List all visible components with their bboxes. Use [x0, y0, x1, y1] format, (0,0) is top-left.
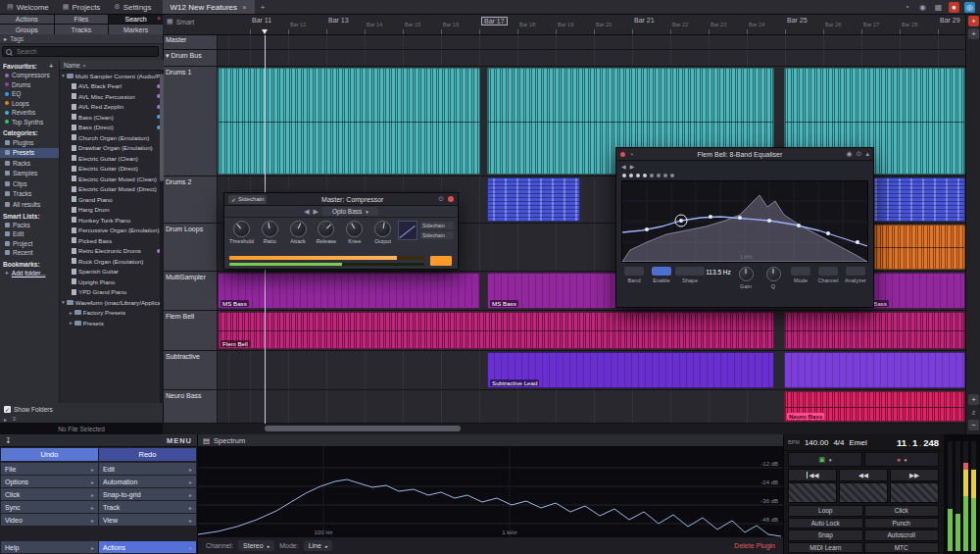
favourite-reverbs[interactable]: Reverbs	[0, 108, 59, 118]
eq-graph[interactable]: 1 kHz	[621, 180, 868, 263]
track-header-neuro-bass[interactable]: Neuro Bass	[163, 390, 218, 423]
tree-item-bass-clean[interactable]: Bass (Clean)	[60, 112, 164, 123]
list-options-icon[interactable]: ≡	[13, 416, 17, 422]
smart-snap-toggle[interactable]: ▦ Smart	[167, 18, 194, 25]
logo-icon[interactable]: ◎	[964, 2, 975, 13]
track-header-drum-loops[interactable]: Drum Loops	[163, 224, 218, 271]
pin-icon[interactable]: ▴	[865, 150, 869, 158]
tree-item-bass-direct[interactable]: Bass (Direct)	[60, 123, 164, 133]
clip-subtractive[interactable]	[784, 352, 965, 388]
transport-toggle-punch[interactable]: Punch	[864, 518, 940, 529]
bpm-value[interactable]: 140.00	[805, 438, 828, 447]
expand-icon[interactable]: ▾	[62, 299, 65, 305]
tree-item-rock-organ-emulation[interactable]: Rock Organ (Emulation)	[60, 256, 164, 267]
sidechain-button[interactable]: Sidechain	[420, 231, 454, 239]
search-input[interactable]	[15, 47, 155, 56]
next-preset-icon[interactable]: ▶	[630, 163, 635, 170]
category-tracks[interactable]: Tracks	[0, 189, 59, 200]
sidechain-button[interactable]: Sidechain	[420, 222, 454, 229]
user-icon[interactable]: ◉	[917, 2, 928, 13]
smart-list-edit[interactable]: Edit	[0, 229, 59, 239]
eye-icon[interactable]: ◉	[847, 150, 853, 158]
transport-toggle-mtc[interactable]: MTC	[864, 542, 940, 554]
transport-toggle-midi-learn[interactable]: MIDI Learn	[788, 542, 863, 554]
tree-scrollbar[interactable]	[160, 70, 164, 403]
band-dot-1[interactable]	[622, 174, 626, 177]
tree-item-avl-black-pearl[interactable]: AVL Black Pearl	[60, 81, 164, 92]
track-lane-subtractive[interactable]: Subtractive Lead	[218, 351, 965, 389]
prev-preset-icon[interactable]: ◀	[304, 208, 309, 216]
download-icon[interactable]: ↧	[5, 436, 11, 445]
undo-button[interactable]: Undo	[1, 448, 98, 461]
menu-item-actions[interactable]: Actions▸	[99, 541, 196, 553]
menu-projects[interactable]: ▦Projects	[56, 0, 108, 14]
favourite-compressors[interactable]: Compressors	[0, 71, 59, 80]
transport-toggle-snap[interactable]: Snap	[788, 529, 863, 541]
menu-item-video[interactable]: Video▸	[1, 514, 98, 526]
midi-icon[interactable]: ▦	[933, 2, 944, 13]
track-lane-drum-bus[interactable]	[218, 50, 965, 66]
smart-list-recent[interactable]: Recent	[0, 248, 59, 258]
return-to-start-button[interactable]: ◀◀	[788, 469, 837, 481]
tree-item-drawbar-organ-emulation[interactable]: Drawbar Organ (Emulation)	[60, 143, 164, 154]
add-favourite-button[interactable]: +	[49, 63, 56, 70]
timeline-ruler[interactable]: ▦ Smart Bar 11Bar 12Bar 13Bar 14Bar 15Ba…	[163, 14, 965, 35]
menu-item-options[interactable]: Options▸	[1, 476, 98, 487]
prev-preset-icon[interactable]: ◀	[621, 163, 626, 170]
clip-drums-1[interactable]	[218, 68, 480, 175]
track-header-master[interactable]: Master	[163, 34, 218, 49]
release-knob[interactable]	[318, 221, 334, 237]
band-dot-3[interactable]	[636, 174, 640, 177]
output-knob[interactable]	[374, 221, 391, 237]
band-dot-4[interactable]	[643, 174, 647, 177]
tree-item-avl-misc-percussion[interactable]: AVL Misc Percussion	[60, 91, 164, 102]
tree-item-upright-piano[interactable]: Upright Piano	[60, 277, 164, 287]
track-header-subtractive[interactable]: Subtractive	[163, 351, 218, 389]
tree-root-multi-sampler-content-audio-p[interactable]: ▾Multi Sampler Content (Audio/P...	[60, 71, 164, 81]
menu-item-sync[interactable]: Sync▸	[1, 501, 98, 513]
track-header-multisampler[interactable]: MultiSampler	[163, 272, 218, 310]
tree-item-spanish-guitar[interactable]: Spanish Guitar	[60, 267, 164, 277]
next-preset-icon[interactable]: ▶	[314, 208, 318, 216]
clip-drums-2[interactable]	[487, 177, 580, 222]
tree-item-honkey-tonk-piano[interactable]: Honkey Tonk Piano	[60, 215, 164, 226]
cpu-gauge-icon[interactable]: ◔	[902, 2, 912, 13]
tree-item-retro-electronic-drums[interactable]: Retro Electronic Drums	[60, 246, 164, 257]
band-dot-2[interactable]	[629, 174, 633, 177]
camera-icon[interactable]: ⊙	[438, 195, 444, 203]
tab-close-icon[interactable]: ×	[242, 3, 247, 12]
camera-icon[interactable]: ⊙	[857, 150, 862, 158]
track-lane-neuro-bass[interactable]: Neuro Bass	[218, 390, 965, 423]
panel-tab-groups[interactable]: Groups	[0, 25, 54, 34]
zoom-in-button[interactable]: +	[968, 394, 979, 405]
track-lane-flem-bell[interactable]: Flem Bell	[218, 311, 965, 350]
menu-settings[interactable]: ⚙Settings	[107, 0, 158, 14]
tree-item-electric-guitar-direct[interactable]: Electric Guitar (Direct)	[60, 164, 164, 175]
tree-item-church-organ-emulation[interactable]: Church Organ (Emulation)	[60, 132, 164, 143]
panel-tab-markers[interactable]: Markers	[109, 25, 163, 34]
tags-header[interactable]: ▸ Tags	[0, 34, 163, 44]
threshold-knob[interactable]	[233, 221, 250, 237]
track-header-flem-bell[interactable]: Flem Bell	[163, 311, 218, 350]
shape-chip[interactable]	[675, 267, 705, 276]
clip-multisampler[interactable]: MS Bass	[218, 273, 480, 309]
transport-toggle-autoscroll[interactable]: Autoscroll	[864, 529, 940, 541]
panel-tab-files[interactable]: Files	[55, 14, 109, 24]
channel-select[interactable]: Stereo ▸	[238, 540, 274, 551]
play-button[interactable]	[788, 482, 837, 503]
stop-button[interactable]	[839, 482, 888, 503]
category-presets[interactable]: Presets	[0, 148, 59, 159]
play-preview-icon[interactable]: ▸	[4, 416, 7, 423]
menu-item-automation[interactable]: Automation▸	[99, 476, 196, 487]
add-folder-button[interactable]: +Add folder...	[0, 269, 59, 278]
tree-item-percussive-organ-emulation[interactable]: Percussive Organ (Emulation)	[60, 226, 164, 236]
favourite-loops[interactable]: Loops	[0, 99, 59, 109]
eq-titlebar[interactable]: ◔ Flem Bell: 8-Band Equaliser ◉ ⊙ ▴	[616, 148, 873, 161]
enable-chip[interactable]	[652, 267, 671, 276]
transport-toggle-loop[interactable]: Loop	[788, 505, 863, 517]
menu-item-edit[interactable]: Edit▸	[99, 463, 196, 475]
horizontal-scrollbar[interactable]	[163, 424, 965, 434]
tree-item-avl-red-zepplin[interactable]: AVL Red Zepplin	[60, 102, 164, 113]
menu-item-file[interactable]: File▸	[1, 463, 98, 475]
tree-item-electric-guitar-muted-direct[interactable]: Electric Guitar Muted (Direct)	[60, 184, 164, 195]
